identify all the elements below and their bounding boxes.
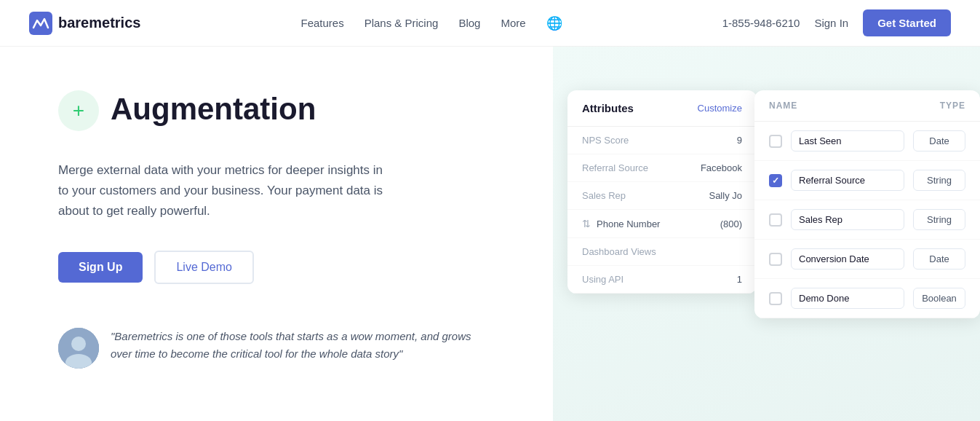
attr-sales: Sales Rep Sally Jo [567, 182, 757, 210]
testimonial: "Baremetrics is one of those tools that … [58, 328, 495, 369]
attr-nps-value: 9 [737, 135, 742, 146]
customize-row-sales: Sales Rep String [754, 200, 980, 240]
nav-plans[interactable]: Plans & Pricing [364, 17, 439, 29]
attributes-card: Attributes Customize NPS Score 9 Referra… [567, 90, 757, 294]
type-referral: String [913, 170, 965, 191]
get-started-button[interactable]: Get Started [863, 9, 951, 36]
phone-value: (800) [720, 219, 742, 229]
attr-dashboard: Dashboard Views [567, 238, 757, 266]
hero-icon-wrapper: + [58, 90, 99, 131]
hero-description: Merge external data with your metrics fo… [58, 160, 393, 221]
col-name-header: NAME [769, 101, 940, 111]
field-referral[interactable]: Referral Source [791, 170, 904, 191]
customize-header: NAME TYPE [754, 90, 980, 122]
nav-more[interactable]: More [501, 17, 525, 29]
attributes-title: Attributes [582, 102, 634, 114]
type-sales: String [913, 209, 965, 230]
attributes-header: Attributes Customize [567, 90, 757, 127]
customize-link[interactable]: Customize [698, 103, 742, 114]
attr-referral-label: Referral Source [582, 162, 648, 173]
logo-link[interactable]: baremetrics [29, 12, 140, 35]
live-demo-button[interactable]: Live Demo [154, 251, 253, 284]
checkbox-sales[interactable] [769, 213, 782, 227]
type-demo: Boolean [913, 288, 965, 309]
plus-icon: + [73, 101, 84, 121]
main-layout: + Augmentation Merge external data with … [0, 47, 980, 421]
checkbox-demo[interactable] [769, 292, 782, 305]
avatar-svg [58, 328, 99, 369]
attr-dashboard-label: Dashboard Views [582, 246, 656, 257]
field-sales[interactable]: Sales Rep [791, 209, 904, 230]
type-last-seen: Date [913, 130, 965, 152]
hero-buttons: Sign Up Live Demo [58, 251, 495, 284]
signin-link[interactable]: Sign In [814, 17, 848, 29]
nav-links: Features Plans & Pricing Blog More 🌐 [300, 15, 562, 31]
checkbox-last-seen[interactable] [769, 135, 782, 148]
signup-button[interactable]: Sign Up [58, 252, 143, 283]
attr-nps: NPS Score 9 [567, 127, 757, 154]
phone-number: 1-855-948-6210 [722, 17, 800, 29]
col-type-header: TYPE [940, 101, 965, 111]
attr-api: Using API 1 [567, 266, 757, 294]
customize-row-conversion: Conversion Date Date [754, 240, 980, 279]
attr-sales-value: Sally Jo [709, 190, 742, 201]
testimonial-quote: "Baremetrics is one of those tools that … [111, 328, 495, 363]
attr-sales-label: Sales Rep [582, 190, 626, 201]
attr-referral-value: Facebook [701, 162, 742, 173]
logo-icon [29, 12, 52, 35]
type-conversion: Date [913, 248, 965, 269]
nav-features[interactable]: Features [300, 17, 343, 29]
field-conversion[interactable]: Conversion Date [791, 248, 904, 269]
customize-row-demo: Demo Done Boolean [754, 279, 980, 318]
left-content: + Augmentation Merge external data with … [0, 47, 553, 421]
phone-label: Phone Number [597, 219, 660, 229]
navbar: baremetrics Features Plans & Pricing Blo… [0, 0, 980, 47]
globe-icon[interactable]: 🌐 [546, 15, 562, 31]
avatar-image [58, 328, 99, 369]
phone-icon: ⇅ [582, 218, 591, 229]
nav-right: 1-855-948-6210 Sign In Get Started [722, 9, 951, 36]
checkbox-conversion[interactable] [769, 253, 782, 266]
attr-api-label: Using API [582, 274, 624, 285]
logo-text: baremetrics [58, 15, 140, 31]
svg-point-2 [71, 337, 86, 351]
attr-api-value: 1 [737, 274, 742, 285]
customize-panel: NAME TYPE Last Seen Date Referral Source… [754, 90, 980, 318]
phone-row: ⇅ Phone Number (800) [567, 210, 757, 238]
checkbox-referral[interactable] [769, 174, 782, 187]
svg-rect-0 [29, 12, 52, 35]
field-last-seen[interactable]: Last Seen [791, 130, 904, 152]
attr-nps-label: NPS Score [582, 135, 629, 146]
nav-blog[interactable]: Blog [458, 17, 480, 29]
testimonial-avatar [58, 328, 99, 369]
attr-referral: Referral Source Facebook [567, 154, 757, 182]
right-panel: Attributes Customize NPS Score 9 Referra… [553, 47, 980, 421]
customize-row-last-seen: Last Seen Date [754, 122, 980, 161]
customize-row-referral: Referral Source String [754, 161, 980, 200]
field-demo[interactable]: Demo Done [791, 288, 904, 309]
hero-title: Augmentation [111, 92, 316, 127]
